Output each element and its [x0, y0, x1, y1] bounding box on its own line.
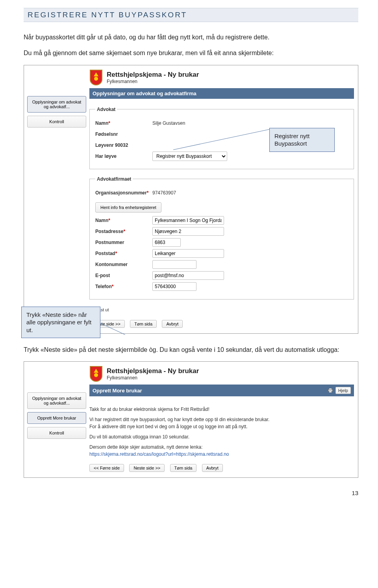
- sidebar-item-kontroll[interactable]: Kontroll: [27, 116, 86, 128]
- value-orgnr: 974763907: [152, 190, 176, 196]
- sidebar-item-label: Kontroll: [49, 431, 64, 435]
- app-subtitle: Fylkesmannen: [107, 375, 199, 381]
- callout-registrer: Registrer nytt Buypasskort: [269, 128, 335, 152]
- msg-p4: Dersom dette ikkje skjer automatisk, nyt…: [89, 442, 354, 459]
- intro-paragraph-1: Når buypasskortet ditt går ut på dato, o…: [24, 33, 358, 42]
- sidebar: Opplysningar om advokat og advokatf... O…: [24, 362, 89, 477]
- section-heading: REGISTRERE NYTT BUYPASSKORT: [24, 8, 358, 22]
- sidebar-item-label: Opplysningar om advokat og advokatf...: [32, 100, 82, 109]
- forre-side-button[interactable]: << Førre side: [89, 464, 124, 472]
- label-firma-namn: Namn*: [95, 218, 152, 223]
- input-firma-namn[interactable]: [152, 216, 224, 225]
- screenshot-2-wrap: Opplysningar om advokat og advokatf... O…: [24, 361, 358, 478]
- label-namn: Namn*: [95, 120, 152, 126]
- label-poststad: Poststad*: [95, 251, 152, 256]
- label-harloyve: Har løyve: [95, 153, 152, 159]
- button-label: << Førre side: [94, 466, 120, 470]
- label-loyvenr: Løyvenr 90032: [95, 142, 152, 148]
- app-title: Rettshjelpskjema - Ny brukar: [107, 71, 199, 79]
- input-postnummer[interactable]: [152, 238, 181, 247]
- sidebar-item-label: Kontroll: [49, 119, 64, 124]
- intro-paragraph-2: Du må gå gjennom det same skjemaet som n…: [24, 49, 358, 57]
- input-kontonummer[interactable]: [152, 260, 196, 269]
- value-namn: Silje Gustavsen: [152, 120, 185, 126]
- screenshot-2: Opplysningar om advokat og advokatf... O…: [24, 361, 358, 478]
- tom-sida-button[interactable]: Tøm sida: [130, 320, 157, 328]
- main-content: Rettshjelpskjema - Ny brukar Fylkesmanne…: [89, 362, 358, 477]
- sidebar-item-label: Opplysningar om advokat og advokatf...: [32, 396, 82, 405]
- sidebar: Opplysningar om advokat og advokatf... K…: [24, 65, 89, 333]
- button-label: Avbryt: [166, 322, 178, 326]
- heading-text: REGISTRERE NYTT BUYPASSKORT: [28, 11, 187, 19]
- fieldset-firma: Advokatfirmaet Organisasjonsnummer* 9747…: [89, 176, 354, 300]
- svg-point-0: [94, 77, 98, 81]
- sidebar-item-label: Opprett More brukar: [37, 416, 76, 420]
- section-bar: Opprett More brukar Hjelp: [89, 385, 354, 396]
- callout-text: Trykk «Neste side» når alle opplysningan…: [26, 311, 91, 333]
- button-label: Tøm sida: [134, 322, 152, 326]
- svg-rect-3: [329, 388, 332, 390]
- button-label: Hent info fra enhetsregisteret: [100, 205, 156, 210]
- button-row: << Førre side Neste side >> Tøm sida Avb…: [89, 461, 354, 473]
- legend-firma: Advokatfirmaet: [95, 176, 133, 182]
- callout-neste-side: Trykk «Neste side» når alle opplysningan…: [21, 307, 100, 338]
- sidebar-item-opplysningar[interactable]: Opplysningar om advokat og advokatf...: [27, 392, 86, 409]
- app-subtitle: Fylkesmannen: [107, 79, 199, 84]
- sidebar-item-kontroll[interactable]: Kontroll: [27, 427, 86, 439]
- svg-point-1: [94, 373, 98, 377]
- sidebar-item-opplysningar[interactable]: Opplysningar om advokat og advokatf...: [27, 96, 86, 113]
- coat-of-arms-icon: [89, 69, 103, 86]
- screenshot-1: Opplysningar om advokat og advokatf... K…: [24, 65, 358, 334]
- label-fodselsnr: Fødselsnr: [95, 131, 152, 137]
- avbryt-button[interactable]: Avbryt: [162, 320, 183, 328]
- svg-rect-4: [329, 391, 332, 393]
- main-content: Rettshjelpskjema - Ny brukar Fylkesmanne…: [89, 65, 358, 333]
- button-label: Neste side >>: [133, 466, 160, 470]
- neste-side-button[interactable]: Neste side >>: [129, 464, 165, 472]
- app-header: Rettshjelpskjema - Ny brukar Fylkesmanne…: [89, 366, 354, 382]
- app-header: Rettshjelpskjema - Ny brukar Fylkesmanne…: [89, 69, 354, 86]
- input-postadresse[interactable]: [152, 227, 224, 236]
- app-title: Rettshjelpskjema - Ny brukar: [107, 367, 199, 375]
- section-bar: Opplysningar om advokat og advokatfirma: [89, 88, 354, 99]
- msg-p2: Vi har registrert ditt nye buypasskort, …: [89, 414, 354, 432]
- label-postadresse: Postadresse*: [95, 229, 152, 234]
- hent-info-button[interactable]: Hent info fra enhetsregisteret: [95, 202, 161, 213]
- input-telefon[interactable]: [152, 282, 196, 291]
- label-orgnr: Organisasjonsnummer*: [95, 190, 152, 196]
- label-epost: E-post: [95, 273, 152, 278]
- input-epost[interactable]: [152, 271, 224, 280]
- select-harloyve[interactable]: Registrer nytt Buypasskort: [152, 152, 227, 161]
- avbryt-button[interactable]: Avbryt: [202, 464, 223, 472]
- input-poststad[interactable]: [152, 249, 224, 258]
- between-paragraph: Trykk «Neste side» på det neste skjermbi…: [24, 346, 358, 354]
- sidebar-item-more-brukar[interactable]: Opprett More brukar: [27, 412, 86, 424]
- button-row: Neste side >> Tøm sida Avbryt: [89, 317, 354, 329]
- msg-p1: Takk for at du brukar elektronisk skjema…: [89, 404, 354, 414]
- msg-p3: Du vil bli automatisk utlogga innan 10 s…: [89, 432, 354, 442]
- bar-title: Opprett More brukar: [93, 388, 142, 394]
- button-label: Tøm sida: [174, 466, 193, 470]
- required-note: å fyllast ut: [89, 307, 354, 315]
- coat-of-arms-icon: [89, 366, 103, 382]
- print-icon[interactable]: [328, 388, 333, 393]
- tom-sida-button[interactable]: Tøm sida: [170, 464, 197, 472]
- legend-advokat: Advokat: [95, 107, 117, 112]
- label-kontonummer: Kontonummer: [95, 262, 152, 267]
- label-telefon: Telefon*: [95, 284, 152, 289]
- button-label: Hjelp: [338, 388, 348, 393]
- page-number: 13: [24, 490, 358, 496]
- help-button[interactable]: Hjelp: [335, 387, 351, 394]
- callout-text: Registrer nytt Buypasskort: [274, 133, 309, 147]
- button-label: Avbryt: [206, 466, 219, 470]
- screenshot-1-wrap: Opplysningar om advokat og advokatf... K…: [24, 65, 358, 334]
- logout-link[interactable]: https://skjema.rettsrad.no/cas/logout?ur…: [89, 451, 229, 457]
- label-postnummer: Postnummer: [95, 240, 152, 245]
